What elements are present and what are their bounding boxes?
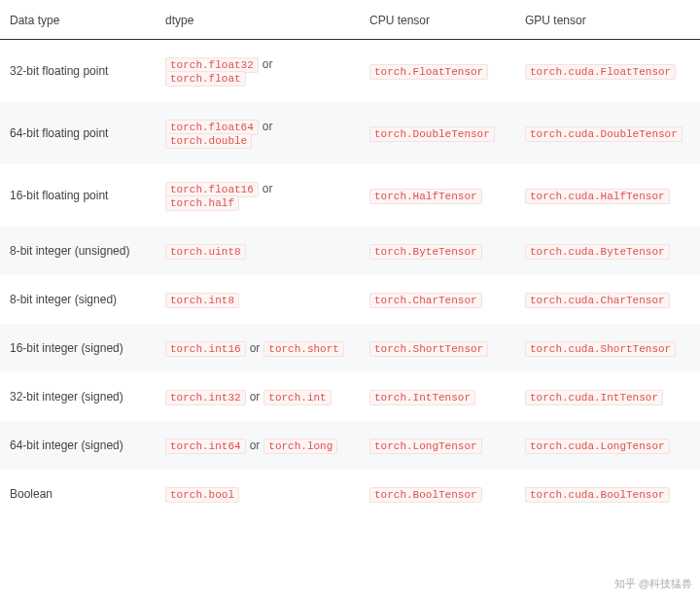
cell-gpu: torch.cuda.ShortTensor: [515, 324, 700, 372]
table-row: 16-bit floating pointtorch.float16ortorc…: [0, 164, 700, 227]
dtype-code-alt: torch.short: [263, 341, 344, 357]
cell-gpu: torch.cuda.ByteTensor: [515, 227, 700, 275]
cell-dtype: torch.int32ortorch.int: [156, 372, 360, 421]
cell-gpu: torch.cuda.FloatTensor: [515, 40, 700, 103]
gpu-tensor-code: torch.cuda.BoolTensor: [525, 487, 670, 503]
gpu-tensor-code: torch.cuda.FloatTensor: [525, 64, 676, 80]
cell-data-type: Boolean: [0, 470, 156, 518]
cell-cpu: torch.FloatTensor: [360, 40, 515, 103]
cell-dtype: torch.int8: [156, 275, 360, 324]
dtype-code: torch.int32: [165, 390, 246, 405]
dtype-code-alt: torch.int: [263, 390, 331, 405]
cell-gpu: torch.cuda.BoolTensor: [515, 470, 700, 518]
tensor-dtype-table: Data type dtype CPU tensor GPU tensor 32…: [0, 0, 700, 518]
cpu-tensor-code: torch.CharTensor: [369, 293, 482, 308]
gpu-tensor-code: torch.cuda.IntTensor: [525, 390, 663, 405]
or-label: or: [250, 390, 261, 404]
cell-gpu: torch.cuda.HalfTensor: [515, 164, 700, 227]
or-label: or: [262, 57, 273, 71]
gpu-tensor-code: torch.cuda.HalfTensor: [525, 189, 670, 204]
cpu-tensor-code: torch.ByteTensor: [369, 244, 482, 260]
cell-data-type: 8-bit integer (unsigned): [0, 227, 156, 275]
cell-dtype: torch.int64ortorch.long: [156, 421, 360, 470]
col-gpu: GPU tensor: [515, 0, 700, 40]
cpu-tensor-code: torch.BoolTensor: [369, 487, 482, 503]
cell-cpu: torch.HalfTensor: [360, 164, 515, 227]
cpu-tensor-code: torch.HalfTensor: [369, 189, 482, 204]
cell-data-type: 64-bit integer (signed): [0, 421, 156, 470]
cell-data-type: 16-bit floating point: [0, 164, 156, 227]
cell-data-type: 8-bit integer (signed): [0, 275, 156, 324]
dtype-code-alt: torch.long: [263, 439, 337, 454]
cell-gpu: torch.cuda.CharTensor: [515, 275, 700, 324]
dtype-code-alt: torch.float: [165, 71, 246, 87]
gpu-tensor-code: torch.cuda.ShortTensor: [525, 341, 676, 357]
cell-cpu: torch.DoubleTensor: [360, 102, 515, 164]
cell-dtype: torch.float32ortorch.float: [156, 40, 360, 103]
dtype-code-alt: torch.half: [165, 195, 239, 211]
table-row: 32-bit integer (signed)torch.int32ortorc…: [0, 372, 700, 421]
cpu-tensor-code: torch.IntTensor: [369, 390, 475, 405]
table-row: 64-bit integer (signed)torch.int64ortorc…: [0, 421, 700, 470]
cpu-tensor-code: torch.ShortTensor: [369, 341, 488, 357]
dtype-code: torch.bool: [165, 487, 239, 503]
gpu-tensor-code: torch.cuda.CharTensor: [525, 293, 670, 308]
cell-gpu: torch.cuda.DoubleTensor: [515, 102, 700, 164]
col-cpu: CPU tensor: [360, 0, 515, 40]
dtype-code: torch.int16: [165, 341, 246, 357]
or-label: or: [250, 341, 261, 355]
cell-dtype: torch.float16ortorch.half: [156, 164, 360, 227]
cell-data-type: 32-bit floating point: [0, 40, 156, 103]
dtype-code: torch.int8: [165, 293, 239, 308]
cell-cpu: torch.BoolTensor: [360, 470, 515, 518]
table-row: 8-bit integer (signed)torch.int8torch.Ch…: [0, 275, 700, 324]
cell-gpu: torch.cuda.IntTensor: [515, 372, 700, 421]
table-row: Booleantorch.booltorch.BoolTensortorch.c…: [0, 470, 700, 518]
table-row: 64-bit floating pointtorch.float64ortorc…: [0, 102, 700, 164]
cpu-tensor-code: torch.LongTensor: [369, 439, 482, 454]
cell-cpu: torch.LongTensor: [360, 421, 515, 470]
dtype-code: torch.int64: [165, 439, 246, 454]
cell-data-type: 32-bit integer (signed): [0, 372, 156, 421]
cell-dtype: torch.float64ortorch.double: [156, 102, 360, 164]
table-row: 8-bit integer (unsigned)torch.uint8torch…: [0, 227, 700, 275]
or-label: or: [262, 120, 273, 133]
cell-cpu: torch.ShortTensor: [360, 324, 515, 372]
col-dtype: dtype: [156, 0, 360, 40]
table-row: 16-bit integer (signed)torch.int16ortorc…: [0, 324, 700, 372]
cell-dtype: torch.uint8: [156, 227, 360, 275]
cell-cpu: torch.ByteTensor: [360, 227, 515, 275]
cell-data-type: 16-bit integer (signed): [0, 324, 156, 372]
gpu-tensor-code: torch.cuda.LongTensor: [525, 439, 670, 454]
cell-gpu: torch.cuda.LongTensor: [515, 421, 700, 470]
cell-dtype: torch.int16ortorch.short: [156, 324, 360, 372]
table-row: 32-bit floating pointtorch.float32ortorc…: [0, 40, 700, 103]
cpu-tensor-code: torch.FloatTensor: [369, 64, 488, 80]
col-data-type: Data type: [0, 0, 156, 40]
or-label: or: [250, 439, 261, 452]
dtype-code-alt: torch.double: [165, 133, 252, 149]
gpu-tensor-code: torch.cuda.ByteTensor: [525, 244, 670, 260]
cell-cpu: torch.CharTensor: [360, 275, 515, 324]
cell-data-type: 64-bit floating point: [0, 102, 156, 164]
gpu-tensor-code: torch.cuda.DoubleTensor: [525, 126, 682, 142]
cell-cpu: torch.IntTensor: [360, 372, 515, 421]
table-header-row: Data type dtype CPU tensor GPU tensor: [0, 0, 700, 40]
cpu-tensor-code: torch.DoubleTensor: [369, 126, 495, 142]
cell-dtype: torch.bool: [156, 470, 360, 518]
or-label: or: [262, 182, 273, 195]
dtype-code: torch.uint8: [165, 244, 246, 260]
